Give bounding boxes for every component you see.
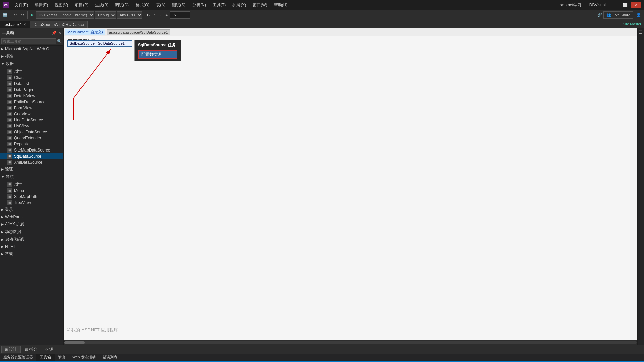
toolbox-search-box: 🔍 [0, 37, 63, 46]
bottom-tab-源[interactable]: ◇源 [42, 346, 57, 353]
sidebar-item-FormView[interactable]: ⊞FormView [0, 105, 63, 111]
item-label: SiteMapPath [14, 194, 37, 199]
sidebar-category-AJAX[interactable]: ▶AJAX 扩展 [0, 220, 63, 228]
font-size-input[interactable] [170, 11, 190, 19]
sidebar-category-MicrosoftAspNetWebO[interactable]: ▶Microsoft.AspNet.Web.O... [0, 46, 63, 52]
sidebar-item-LinqDataSource[interactable]: ⊞LinqDataSource [0, 117, 63, 123]
sidebar-item-XmlDataSource[interactable]: ⊞XmlDataSource [0, 159, 63, 165]
output-tab-web-publish[interactable]: Web 发布活动 [69, 354, 99, 361]
underline-button[interactable]: U [157, 11, 163, 19]
site-master-link[interactable]: Site.Master [620, 22, 644, 26]
menu-item-O[interactable]: 格式(O) [133, 2, 152, 9]
output-tab-error-list[interactable]: 错误列表 [99, 354, 121, 361]
font-size-button[interactable]: A [164, 11, 169, 19]
toolbox-search-input[interactable] [1, 38, 56, 44]
sidebar-item-GridView[interactable]: ⊞GridView [0, 111, 63, 117]
menu-item-X[interactable]: 扩展(X) [230, 2, 249, 9]
menu-item-D[interactable]: 调试(D) [112, 2, 131, 9]
sidebar-item-TreeView[interactable]: ⊞TreeView [0, 200, 63, 206]
category-label: WebParts [5, 215, 22, 219]
item-label: TreeView [14, 200, 31, 205]
expand-arrow: ▶ [1, 168, 4, 171]
sidebar-category-[interactable]: ▶常规 [0, 250, 63, 258]
item-icon: ⊞ [7, 194, 12, 199]
sidebar-category-[interactable]: ▶登录 [0, 206, 63, 214]
maximize-button[interactable]: ⬜ [620, 2, 630, 8]
menu-item-V[interactable]: 视图(V) [52, 2, 71, 9]
sidebar-item-DataList[interactable]: ⊞DataList [0, 81, 63, 87]
horizontal-scrollbar[interactable] [64, 340, 637, 345]
breadcrumb-sqldatasource[interactable]: asp:sqldatasource#SqlDataSource1 [107, 29, 170, 35]
toolbox-title: 工具箱 [2, 30, 14, 36]
sidebar-category-[interactable]: ▼导航⊞指针⊞Menu⊞SiteMapPath⊞TreeView [0, 173, 63, 206]
scrollbar-thumb[interactable] [64, 341, 85, 344]
sidebar-item-Menu[interactable]: ⊞Menu [0, 188, 63, 194]
sidebar-category-[interactable]: ▶标准 [0, 52, 63, 60]
sidebar-item-SiteMapDataSource[interactable]: ⊞SiteMapDataSource [0, 147, 63, 153]
sidebar-category-[interactable]: ▶动态数据 [0, 228, 63, 236]
redo-button[interactable]: ↪ [19, 11, 26, 19]
toolbox-close-button[interactable]: ✕ [58, 31, 61, 35]
tab-datasource-crud[interactable]: DataSourceWithCRUD.aspx [30, 21, 88, 28]
sidebar-item-DataPager[interactable]: ⊞DataPager [0, 87, 63, 93]
design-breadcrumb: MainContent (自定义) asp:sqldatasource#SqlD… [64, 28, 637, 36]
item-label: GridView [14, 112, 30, 116]
platform-select[interactable]: Any CPU [117, 11, 142, 19]
sidebar-item-Repeater[interactable]: ⊞Repeater [0, 141, 63, 147]
hamburger-icon[interactable]: ☰ [639, 30, 643, 35]
item-icon: ⊞ [7, 142, 12, 146]
menu-item-E[interactable]: 编辑(E) [32, 2, 51, 9]
datasource-box[interactable]: SqlDataSource - SqlDataSource1 [67, 40, 132, 47]
menu-item-W[interactable]: 窗口(W) [250, 2, 270, 9]
item-label: DetailsView [14, 94, 35, 98]
account-button[interactable]: 👤 [635, 11, 643, 19]
bottom-tab-设计[interactable]: ⊞设计 [1, 346, 21, 353]
run-button[interactable]: ▶ [29, 11, 35, 19]
menu-item-F[interactable]: 文件(F) [12, 2, 31, 9]
tab-test-aspx[interactable]: test.aspx* ✕ [0, 21, 30, 28]
menu-item-S[interactable]: 测试(S) [169, 2, 188, 9]
sidebar-item-ListView[interactable]: ⊞ListView [0, 123, 63, 129]
sidebar-category-WebParts[interactable]: ▶WebParts [0, 214, 63, 220]
configure-datasource-button[interactable]: 配置数据源... [138, 50, 177, 59]
menu-item-A[interactable]: 表(A) [153, 2, 168, 9]
italic-button[interactable]: I [152, 11, 156, 19]
menu-item-T[interactable]: 工具(T) [210, 2, 228, 9]
sidebar-item-[interactable]: ⊞指针 [0, 181, 63, 188]
sidebar-item-EntityDataSource[interactable]: ⊞EntityDataSource [0, 99, 63, 105]
run-config-select[interactable]: IIS Express (Google Chrome) [36, 11, 94, 19]
close-button[interactable]: ✕ [631, 2, 641, 8]
sidebar-category-[interactable]: ▶验证 [0, 165, 63, 173]
menu-item-H[interactable]: 帮助(H) [271, 2, 290, 9]
output-tab-toolbox[interactable]: 工具箱 [37, 354, 55, 361]
sidebar-item-QueryExtender[interactable]: ⊞QueryExtender [0, 135, 63, 141]
output-tab-server-explorer[interactable]: 服务器资源管理器 [0, 354, 37, 361]
sidebar-category-[interactable]: ▶启动代码段 [0, 236, 63, 243]
sidebar-item-SiteMapPath[interactable]: ⊞SiteMapPath [0, 194, 63, 200]
bold-button[interactable]: B [145, 11, 151, 19]
sidebar-item-DetailsView[interactable]: ⊞DetailsView [0, 93, 63, 99]
breadcrumb-main-content[interactable]: MainContent (自定义) [65, 29, 105, 35]
new-file-button[interactable]: 🆕 [1, 11, 9, 19]
item-label: QueryExtender [14, 136, 41, 140]
live-share-button[interactable]: 👥 Live Share [603, 11, 633, 19]
sidebar-item-[interactable]: ⊞指针 [0, 68, 63, 75]
minimize-button[interactable]: — [608, 2, 619, 8]
sidebar-category-HTML[interactable]: ▶HTML [0, 243, 63, 250]
output-tab-output[interactable]: 输出 [55, 354, 69, 361]
menu-item-B[interactable]: 生成(B) [92, 2, 111, 9]
tab-close-test[interactable]: ✕ [23, 23, 26, 26]
undo-button[interactable]: ↩ [12, 11, 19, 19]
sidebar-item-SqlDataSource[interactable]: ⊞SqlDataSource [0, 153, 63, 159]
menu-item-P[interactable]: 项目(P) [72, 2, 91, 9]
design-canvas[interactable]: 应用程序名称 SqlDataSource - SqlDataSource1 Sq… [64, 36, 637, 340]
debug-mode-select[interactable]: Debug [95, 11, 116, 19]
tabs-bar: test.aspx* ✕ DataSourceWithCRUD.aspx Sit… [0, 20, 644, 28]
toolbox-pin-button[interactable]: 📌 [52, 31, 57, 35]
sidebar-category-[interactable]: ▼数据⊞指针⊞Chart⊞DataList⊞DataPager⊞DetailsV… [0, 60, 63, 165]
sidebar-item-ObjectDataSource[interactable]: ⊞ObjectDataSource [0, 129, 63, 135]
menu-item-N[interactable]: 分析(N) [190, 2, 209, 9]
sidebar-item-Chart[interactable]: ⊞Chart [0, 75, 63, 81]
bottom-tab-拆分[interactable]: ⊟拆分 [21, 346, 41, 353]
item-label: XmlDataSource [14, 160, 42, 165]
